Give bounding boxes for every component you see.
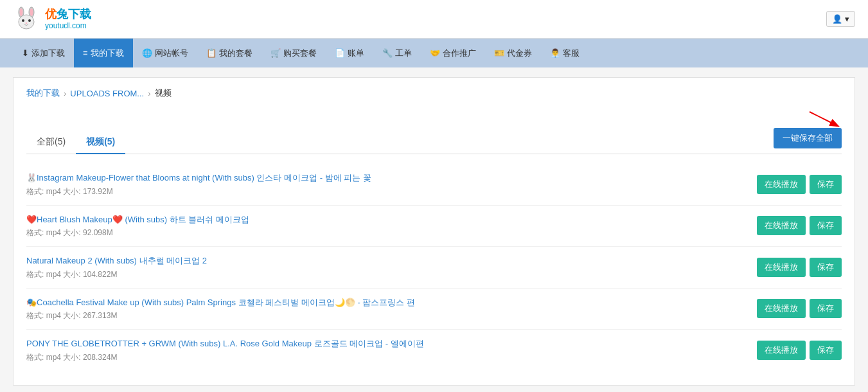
website-account-icon: 🌐 (142, 48, 152, 58)
tabs: 全部(5) 视频(5) 一键保存全部 (26, 109, 842, 154)
nav-buy-plan[interactable]: 🛒 购买套餐 (261, 39, 326, 67)
play-button-v4[interactable]: 在线播放 (757, 299, 806, 318)
nav-affiliate-label: 合作推广 (443, 48, 476, 59)
nav-bill-label: 账单 (348, 48, 364, 59)
list-item: 🐰Instagram Makeup-Flower that Blooms at … (26, 164, 842, 206)
video-meta-v5: 格式: mp4 大小: 208.324M (26, 352, 744, 363)
video-title-v3[interactable]: Natural Makeup 2 (With subs) 내추럴 메이크업 2 (26, 256, 207, 265)
support-icon: 👨‍💼 (550, 48, 560, 58)
svg-point-4 (19, 15, 34, 29)
nav-voucher[interactable]: 🎫 代金券 (485, 39, 541, 67)
video-title-v5[interactable]: PONY THE GLOBETROTTER + GRWM (With subs)… (26, 339, 424, 348)
video-actions-v4: 在线播放 保存 (757, 299, 842, 318)
svg-point-5 (22, 19, 24, 22)
bill-icon: 📄 (335, 48, 345, 58)
user-icon: 👤 (832, 14, 842, 24)
logo: 优兔下载 youtudl.com (13, 6, 91, 33)
save-button-v5[interactable]: 保存 (810, 341, 842, 360)
save-button-v3[interactable]: 保存 (810, 258, 842, 277)
play-button-v5[interactable]: 在线播放 (757, 341, 806, 360)
nav-my-download-label: 我的下载 (91, 48, 124, 59)
video-actions-v1: 在线播放 保存 (757, 175, 842, 194)
list-item: ❤️Heart Blush Makeup❤️ (With subs) 하트 블러… (26, 206, 842, 247)
header: 优兔下载 youtudl.com 👤 ▾ (0, 0, 868, 39)
logo-rabbit-icon (13, 6, 40, 33)
tab-video[interactable]: 视频(5) (76, 131, 125, 154)
video-title-v4[interactable]: 🎭Coachella Festival Make up (With subs) … (26, 298, 415, 307)
main-nav: ⬇ 添加下载 ≡ 我的下载 🌐 网站帐号 📋 我的套餐 🛒 购买套餐 📄 账单 … (0, 39, 868, 67)
svg-point-6 (28, 19, 31, 22)
video-actions-v3: 在线播放 保存 (757, 258, 842, 277)
svg-point-3 (30, 8, 33, 16)
svg-point-7 (26, 22, 28, 24)
buy-plan-icon: 🛒 (270, 48, 281, 58)
my-plan-icon: 📋 (206, 48, 217, 58)
nav-bill[interactable]: 📄 账单 (326, 39, 373, 67)
save-all-button[interactable]: 一键保存全部 (774, 128, 842, 148)
red-arrow-icon (803, 109, 842, 128)
breadcrumb-my-download[interactable]: 我的下载 (26, 87, 60, 99)
breadcrumb-current: 视频 (155, 87, 172, 99)
nav-support-label: 客服 (563, 48, 580, 59)
video-list: 🐰Instagram Makeup-Flower that Blooms at … (26, 164, 842, 371)
add-download-icon: ⬇ (22, 48, 29, 58)
video-info-v2: ❤️Heart Blush Makeup❤️ (With subs) 하트 블러… (26, 213, 744, 239)
nav-workorder[interactable]: 🔧 工单 (373, 39, 421, 67)
video-title-v1[interactable]: 🐰Instagram Makeup-Flower that Blooms at … (26, 173, 371, 183)
save-button-v2[interactable]: 保存 (810, 216, 842, 235)
list-item: 🎭Coachella Festival Make up (With subs) … (26, 289, 842, 330)
video-info-v4: 🎭Coachella Festival Make up (With subs) … (26, 296, 744, 322)
video-title-v2[interactable]: ❤️Heart Blush Makeup❤️ (With subs) 하트 블러… (26, 215, 249, 224)
user-menu[interactable]: 👤 ▾ (826, 11, 855, 27)
video-meta-v4: 格式: mp4 大小: 267.313M (26, 310, 744, 321)
nav-website-account[interactable]: 🌐 网站帐号 (133, 39, 197, 67)
affiliate-icon: 🤝 (430, 48, 440, 58)
nav-my-plan[interactable]: 📋 我的套餐 (197, 39, 261, 67)
nav-support[interactable]: 👨‍💼 客服 (541, 39, 589, 67)
nav-affiliate[interactable]: 🤝 合作推广 (421, 39, 485, 67)
breadcrumb: 我的下载 › UPLOADS FROM... › 视频 (26, 87, 842, 99)
video-meta-v1: 格式: mp4 大小: 173.92M (26, 186, 744, 197)
voucher-icon: 🎫 (494, 48, 504, 58)
play-button-v1[interactable]: 在线播放 (757, 175, 806, 194)
save-all-area: 一键保存全部 (774, 109, 842, 154)
tab-all[interactable]: 全部(5) (26, 131, 76, 154)
list-item: Natural Makeup 2 (With subs) 내추럴 메이크업 2 … (26, 247, 842, 289)
breadcrumb-sep-2: › (148, 89, 150, 98)
video-actions-v5: 在线播放 保存 (757, 341, 842, 360)
nav-my-plan-label: 我的套餐 (219, 48, 252, 59)
nav-workorder-label: 工单 (395, 48, 412, 59)
nav-buy-plan-label: 购买套餐 (283, 48, 317, 59)
video-meta-v3: 格式: mp4 大小: 104.822M (26, 269, 744, 280)
play-button-v3[interactable]: 在线播放 (757, 258, 806, 277)
video-actions-v2: 在线播放 保存 (757, 216, 842, 235)
logo-text: 优兔下载 youtudl.com (45, 8, 91, 31)
nav-add-download[interactable]: ⬇ 添加下载 (13, 39, 74, 67)
save-button-v1[interactable]: 保存 (810, 175, 842, 194)
video-info-v5: PONY THE GLOBETROTTER + GRWM (With subs)… (26, 337, 744, 363)
video-info-v3: Natural Makeup 2 (With subs) 내추럴 메이크업 2 … (26, 254, 744, 280)
nav-website-account-label: 网站帐号 (155, 48, 188, 59)
my-download-icon: ≡ (83, 48, 88, 58)
logo-domain: youtudl.com (45, 21, 91, 30)
save-button-v4[interactable]: 保存 (810, 299, 842, 318)
breadcrumb-uploads[interactable]: UPLOADS FROM... (70, 89, 144, 98)
video-info-v1: 🐰Instagram Makeup-Flower that Blooms at … (26, 172, 744, 197)
play-button-v2[interactable]: 在线播放 (757, 216, 806, 235)
list-item: PONY THE GLOBETROTTER + GRWM (With subs)… (26, 330, 842, 371)
nav-voucher-label: 代金券 (507, 48, 532, 59)
workorder-icon: 🔧 (382, 48, 393, 58)
dropdown-arrow-icon: ▾ (845, 14, 849, 24)
nav-add-download-label: 添加下载 (31, 48, 65, 59)
svg-point-2 (20, 8, 23, 16)
main-content: 我的下载 › UPLOADS FROM... › 视频 全部(5) 视频(5) … (13, 77, 855, 386)
breadcrumb-sep-1: › (64, 89, 66, 98)
video-meta-v2: 格式: mp4 大小: 92.098M (26, 227, 744, 238)
nav-my-download[interactable]: ≡ 我的下载 (74, 39, 133, 67)
svg-line-9 (810, 112, 835, 125)
